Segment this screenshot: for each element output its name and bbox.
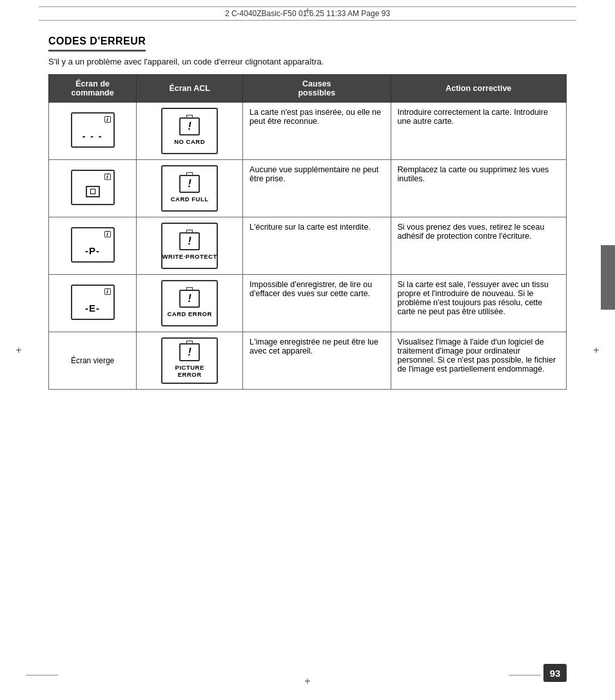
- cause-cell-5: L'image enregistrée ne peut être lue ave…: [243, 332, 391, 390]
- lcd-label-2: CARD FULL: [171, 195, 209, 203]
- cause-cell-3: L'écriture sur la carte est interdite.: [243, 217, 391, 275]
- info-dot-3: i: [104, 231, 111, 237]
- lcd-cell-3: ! WRITE·PROTECT: [137, 217, 243, 275]
- ep-display: -P-: [72, 245, 113, 256]
- lcd-icon-4: !: [179, 290, 200, 308]
- action-cell-5: Visualisez l'image à l'aide d'un logicie…: [391, 332, 566, 390]
- lcd-icon-1: !: [179, 117, 200, 135]
- table-row: i -P- ! WRITE·PROTECT L'écriture sur la …: [49, 217, 567, 275]
- lcd-cell-1: ! NO CARD: [137, 103, 243, 160]
- section-title: CODES D'ERREUR: [48, 35, 146, 52]
- lcd-box-4: ! CARD ERROR: [161, 280, 218, 326]
- action-cell-3: Si vous prenez des vues, retirez le scea…: [391, 217, 566, 275]
- intro-text: S'il y a un problème avec l'appareil, un…: [48, 57, 567, 66]
- lcd-icon-2: !: [179, 175, 200, 193]
- col-header-lcd: Écran ACL: [137, 75, 243, 103]
- col-header-causes: Causespossibles: [243, 75, 391, 103]
- lcd-cell-5: ! PICTURE ERROR: [137, 332, 243, 390]
- side-tab: [601, 245, 615, 310]
- screen-cell-3: i -P-: [49, 217, 137, 275]
- lcd-icon-5: !: [179, 343, 200, 361]
- table-row: i -E- ! CARD ERROR Impossible d'enregist…: [49, 275, 567, 332]
- cam-screen-2: i ☐: [71, 170, 115, 205]
- col-header-screen: Écran decommande: [49, 75, 137, 103]
- lcd-box-5: ! PICTURE ERROR: [161, 337, 218, 384]
- main-content: CODES D'ERREUR S'il y a un problème avec…: [48, 35, 567, 661]
- lcd-label-3: WRITE·PROTECT: [162, 253, 217, 260]
- crosshair-left: [13, 345, 24, 356]
- lcd-label-1: NO CARD: [174, 138, 205, 145]
- screen-cell-1: i - - -: [49, 103, 137, 160]
- crosshair-right: [591, 345, 602, 356]
- minus-e-display: -E-: [72, 303, 113, 314]
- cam-screen-1: i - - -: [71, 112, 115, 148]
- lcd-box-3: ! WRITE·PROTECT: [161, 223, 218, 269]
- lcd-label-4: CARD ERROR: [167, 310, 211, 317]
- table-row: Écran vierge ! PICTURE ERROR L'image enr…: [49, 332, 567, 390]
- ecran-vierge-label: Écran vierge: [71, 356, 114, 365]
- cause-cell-1: La carte n'est pas insérée, ou elle ne p…: [243, 103, 391, 160]
- cam-screen-4: i -E-: [71, 285, 115, 320]
- action-cell-2: Remplacez la carte ou supprimez les vues…: [391, 160, 566, 217]
- lcd-box-2: ! CARD FULL: [161, 165, 218, 212]
- cause-cell-4: Impossible d'enregistrer, de lire ou d'e…: [243, 275, 391, 332]
- action-cell-1: Introduire correctement la carte. Introd…: [391, 103, 566, 160]
- page-container: 2 C-4040ZBasic-F50 01.6.25 11:33 AM Page…: [0, 0, 615, 700]
- screen-cell-4: i -E-: [49, 275, 137, 332]
- info-dot-4: i: [104, 288, 111, 295]
- crosshair-bottom: [302, 675, 313, 687]
- action-cell-4: Si la carte est sale, l'essuyer avec un …: [391, 275, 566, 332]
- crosshair-top: [302, 5, 313, 17]
- cam-screen-3: i -P-: [71, 227, 115, 263]
- cause-cell-2: Aucune vue supplémentaire ne peut être p…: [243, 160, 391, 217]
- bottom-line-right: [509, 675, 541, 675]
- dashes-display: - - -: [72, 131, 113, 141]
- lcd-cell-2: ! CARD FULL: [137, 160, 243, 217]
- error-table: Écran decommande Écran ACL Causespossibl…: [48, 74, 567, 390]
- page-badge: 93: [543, 664, 567, 682]
- table-row: i - - - ! NO CARD La carte n'est pas ins…: [49, 103, 567, 160]
- lcd-label-5: PICTURE ERROR: [162, 364, 217, 378]
- lcd-box-1: ! NO CARD: [161, 108, 218, 154]
- lcd-icon-3: !: [179, 232, 200, 250]
- screen-cell-2: i ☐: [49, 160, 137, 217]
- bottom-line-left: [26, 675, 58, 675]
- lcd-cell-4: ! CARD ERROR: [137, 275, 243, 332]
- screen-cell-5: Écran vierge: [49, 332, 137, 390]
- info-dot-2: i: [104, 174, 111, 180]
- card-icon: ☐: [86, 186, 100, 197]
- col-header-action: Action corrective: [391, 75, 566, 103]
- info-dot-1: i: [104, 116, 111, 123]
- table-row: i ☐ ! CARD FULL Aucune vue supplémentair…: [49, 160, 567, 217]
